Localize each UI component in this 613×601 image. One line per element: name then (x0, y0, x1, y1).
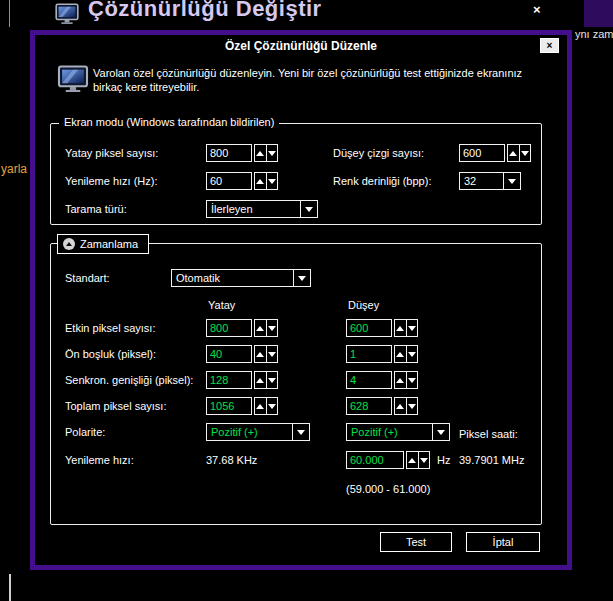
dialog-titlebar[interactable]: Özel Çözünürlüğü Düzenle × (35, 35, 567, 59)
monitor-icon (57, 65, 89, 92)
horizontal-pixels-label: Yatay piksel sayısı: (65, 147, 158, 159)
spin-up-icon[interactable] (255, 173, 267, 189)
spin-up-icon[interactable] (395, 320, 407, 336)
background-window-edge-top (9, 0, 10, 27)
sync-width-h-spinner (254, 371, 278, 389)
active-pixels-h-spinner (254, 319, 278, 337)
vertical-lines-input[interactable] (459, 144, 505, 162)
monitor-icon (55, 3, 79, 24)
active-pixels-h-input[interactable] (206, 319, 252, 337)
active-pixels-v-spinner (394, 319, 418, 337)
spin-down-icon[interactable] (407, 320, 418, 336)
cancel-button[interactable]: İptal (466, 532, 540, 552)
front-porch-v-spinner (394, 345, 418, 363)
polarity-v-value: Pozitif (+) (347, 424, 432, 440)
spin-up-icon[interactable] (255, 346, 267, 362)
horizontal-pixels-input[interactable] (206, 144, 252, 162)
column-header-horizontal: Yatay (208, 299, 235, 311)
pixel-clock-label: Piksel saati: (459, 428, 518, 440)
spin-up-icon[interactable] (395, 346, 407, 362)
color-depth-dropdown[interactable]: 32 (459, 172, 521, 190)
chevron-down-icon (293, 270, 310, 286)
spin-down-icon[interactable] (520, 145, 531, 161)
dialog-title: Özel Çözünürlüğü Düzenle (35, 39, 567, 53)
spin-up-icon[interactable] (255, 398, 267, 414)
sync-width-v-input[interactable] (346, 371, 392, 389)
refresh-row-label: Yenileme hızı: (65, 454, 134, 466)
timing-groupbox: Zamanlama Standart: Otomatik Yatay Düşey… (50, 243, 542, 525)
front-porch-h-input[interactable] (206, 345, 252, 363)
chevron-down-icon (292, 424, 309, 440)
intro-text-line2: birkaç kere titreyebilir. (93, 81, 199, 93)
background-titlebar: Çözünürlüğü Değiştir × (0, 0, 584, 27)
spin-up-icon[interactable] (255, 320, 267, 336)
chevron-down-icon (432, 424, 449, 440)
refresh-horizontal-value: 37.68 KHz (206, 454, 257, 466)
spin-up-icon[interactable] (395, 398, 407, 414)
background-purple-corner (584, 0, 613, 27)
polarity-h-dropdown[interactable]: Pozitif (+) (206, 423, 310, 441)
spin-down-icon[interactable] (267, 173, 278, 189)
refresh-range-hint: (59.000 - 61.000) (346, 483, 430, 495)
active-pixels-v-input[interactable] (346, 319, 392, 337)
vertical-lines-label: Düşey çizgi sayısı: (333, 147, 424, 159)
spin-up-icon[interactable] (255, 372, 267, 388)
chevron-down-icon (300, 201, 317, 217)
timing-collapse-header[interactable]: Zamanlama (57, 234, 149, 254)
background-text-fragment-left: yarla (1, 162, 27, 176)
spin-down-icon[interactable] (267, 346, 278, 362)
spin-down-icon[interactable] (267, 320, 278, 336)
polarity-v-dropdown[interactable]: Pozitif (+) (346, 423, 450, 441)
spin-down-icon[interactable] (407, 398, 418, 414)
refresh-rate-input[interactable] (206, 172, 252, 190)
total-pixels-h-spinner (254, 397, 278, 415)
refresh-vertical-input[interactable] (346, 451, 404, 469)
collapse-up-icon (63, 238, 75, 250)
total-pixels-v-input[interactable] (346, 397, 392, 415)
background-page-title: Çözünürlüğü Değiştir (88, 0, 322, 22)
background-close-icon[interactable]: × (533, 2, 541, 17)
spin-down-icon[interactable] (267, 398, 278, 414)
refresh-vertical-spinner (406, 451, 430, 469)
screen: Çözünürlüğü Değiştir × ynı zaman yarla Ö… (0, 0, 613, 601)
active-pixels-label: Etkin piksel sayısı: (65, 322, 155, 334)
standard-value: Otomatik (172, 270, 293, 286)
front-porch-v-input[interactable] (346, 345, 392, 363)
column-header-vertical: Düşey (348, 299, 379, 311)
refresh-unit-label: Hz (437, 454, 450, 466)
spin-down-icon[interactable] (407, 372, 418, 388)
color-depth-label: Renk derinliği (bpp): (333, 175, 431, 187)
timing-header-label: Zamanlama (80, 238, 138, 250)
color-depth-value: 32 (460, 173, 503, 189)
screen-mode-legend: Ekran modu (Windows tarafından bildirile… (59, 116, 279, 128)
spin-down-icon[interactable] (267, 145, 278, 161)
spin-up-icon[interactable] (407, 452, 419, 468)
refresh-rate-spinner (254, 172, 278, 190)
front-porch-label: Ön boşluk (piksel): (65, 348, 156, 360)
scan-type-dropdown[interactable]: İlerleyen (206, 200, 318, 218)
background-window-edge-bottom (9, 574, 11, 601)
spin-up-icon[interactable] (508, 145, 520, 161)
scan-type-label: Tarama türü: (65, 203, 127, 215)
horizontal-pixels-spinner (254, 144, 278, 162)
sync-width-h-input[interactable] (206, 371, 252, 389)
spin-up-icon[interactable] (255, 145, 267, 161)
pixel-clock-value: 39.7901 MHz (459, 454, 524, 466)
total-pixels-label: Toplam piksel sayısı: (65, 400, 166, 412)
polarity-h-value: Pozitif (+) (207, 424, 292, 440)
test-button[interactable]: Test (380, 532, 452, 552)
front-porch-h-spinner (254, 345, 278, 363)
sync-width-v-spinner (394, 371, 418, 389)
vertical-lines-spinner (507, 144, 531, 162)
total-pixels-h-input[interactable] (206, 397, 252, 415)
sync-width-label: Senkron. genişliği (piksel): (65, 374, 193, 386)
screen-mode-groupbox: Ekran modu (Windows tarafından bildirile… (50, 123, 542, 225)
spin-up-icon[interactable] (395, 372, 407, 388)
close-button[interactable]: × (540, 38, 559, 53)
scan-type-value: İlerleyen (207, 201, 300, 217)
spin-down-icon[interactable] (267, 372, 278, 388)
standard-dropdown[interactable]: Otomatik (171, 269, 311, 287)
spin-down-icon[interactable] (419, 452, 430, 468)
spin-down-icon[interactable] (407, 346, 418, 362)
standard-label: Standart: (65, 272, 110, 284)
